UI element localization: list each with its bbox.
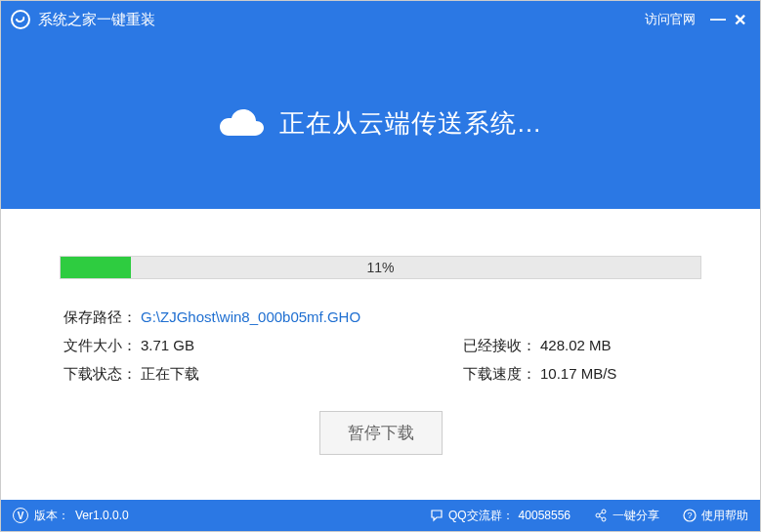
version-value: Ver1.0.0.0 [75, 509, 129, 522]
help-label: 使用帮助 [701, 508, 748, 524]
info-row-status: 下载状态： 正在下载 下载速度： 10.17 MB/S [60, 365, 701, 384]
status-bar: V 版本： Ver1.0.0.0 QQ交流群： 40058556 一键分享 ? … [1, 500, 760, 531]
share-label: 一键分享 [613, 508, 659, 524]
app-window: 系统之家一键重装 访问官网 — ✕ 正在从云端传送系统… 11% 保存路径： G… [0, 0, 761, 532]
titlebar: 系统之家一键重装 访问官网 — ✕ [1, 1, 760, 38]
download-speed-value: 10.17 MB/S [540, 365, 616, 384]
svg-line-4 [600, 516, 603, 518]
help-link[interactable]: ? 使用帮助 [683, 508, 748, 524]
share-icon [594, 509, 608, 522]
progress-bar-track: 11% [60, 256, 701, 279]
received-label: 已经接收： [463, 337, 536, 355]
minimize-button[interactable]: — [707, 9, 729, 30]
svg-text:?: ? [687, 511, 692, 520]
version-label: 版本： [34, 508, 69, 524]
pause-download-button[interactable]: 暂停下载 [319, 411, 443, 455]
content-area: 11% 保存路径： G:\ZJGhost\win8_000b05mf.GHO 文… [1, 209, 760, 500]
cloud-icon [219, 107, 266, 141]
svg-line-3 [600, 512, 603, 514]
app-logo-icon [11, 10, 30, 29]
app-title: 系统之家一键重装 [38, 11, 155, 29]
save-path-value[interactable]: G:\ZJGhost\win8_000b05mf.GHO [141, 308, 360, 327]
visit-website-link[interactable]: 访问官网 [645, 11, 696, 28]
download-status-label: 下载状态： [63, 365, 137, 384]
share-link[interactable]: 一键分享 [594, 508, 659, 524]
qq-group-value: 40058556 [519, 509, 571, 522]
help-icon: ? [683, 509, 697, 522]
download-speed-label: 下载速度： [463, 365, 536, 384]
info-row-size: 文件大小： 3.71 GB 已经接收： 428.02 MB [60, 337, 701, 355]
hero-status-text: 正在从云端传送系统… [279, 106, 543, 141]
version-icon: V [13, 508, 28, 523]
download-status-value: 正在下载 [141, 365, 199, 384]
qq-group-label: QQ交流群： [448, 508, 514, 524]
chat-icon [430, 509, 444, 522]
file-size-value: 3.71 GB [141, 337, 194, 355]
progress-percent-label: 11% [61, 257, 700, 278]
qq-group-link[interactable]: QQ交流群： 40058556 [430, 508, 571, 524]
received-value: 428.02 MB [540, 337, 612, 355]
close-button[interactable]: ✕ [729, 9, 750, 30]
file-size-label: 文件大小： [63, 337, 137, 355]
info-row-path: 保存路径： G:\ZJGhost\win8_000b05mf.GHO [60, 308, 701, 327]
hero-banner: 正在从云端传送系统… [1, 38, 760, 209]
save-path-label: 保存路径： [63, 308, 137, 327]
